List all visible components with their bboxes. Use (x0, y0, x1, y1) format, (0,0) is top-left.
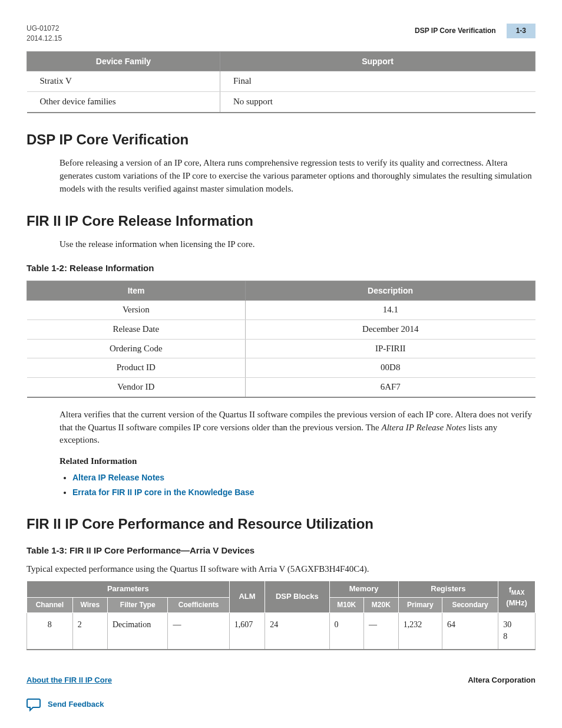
cell: 6AF7 (246, 378, 535, 397)
cell: 30 8 (498, 613, 535, 650)
send-feedback-link[interactable]: Send Feedback (48, 699, 104, 710)
page-footer: About the FIR II IP Core Altera Corporat… (27, 675, 535, 686)
table-row: Product ID00D8 (27, 358, 535, 378)
cell: 8 (27, 613, 73, 650)
speech-bubble-icon (27, 697, 42, 711)
footer-link-about[interactable]: About the FIR II IP Core (27, 675, 112, 686)
cell: 00D8 (246, 358, 535, 378)
cell: IP-FIRII (246, 339, 535, 358)
col-header-memory: Memory (329, 581, 398, 597)
section-heading-release: FIR II IP Core Release Information (27, 211, 535, 232)
related-info-list: Altera IP Release Notes Errata for FIR I… (72, 472, 535, 499)
link-release-notes[interactable]: Altera IP Release Notes (72, 473, 164, 482)
table-row: Ordering CodeIP-FIRII (27, 339, 535, 358)
col-header: Primary (398, 597, 442, 612)
cell: Product ID (27, 358, 246, 378)
verification-body: Before releasing a version of an IP core… (59, 157, 535, 195)
col-header-parameters: Parameters (27, 581, 230, 597)
link-errata[interactable]: Errata for FIR II IP core in the Knowled… (72, 487, 254, 497)
cell: — (168, 613, 229, 650)
doc-id: UG-01072 (27, 24, 62, 34)
table-caption: Table 1-3: FIR II IP Core Performance—Ar… (27, 544, 535, 557)
col-header-alm: ALM (229, 581, 265, 612)
cell: December 2014 (246, 319, 535, 339)
col-header: M10K (329, 597, 364, 612)
doc-date: 2014.12.15 (27, 34, 62, 44)
cell: Decimation (107, 613, 168, 650)
cell: Version (27, 301, 246, 320)
table-row: Vendor ID6AF7 (27, 378, 535, 397)
cell: Vendor ID (27, 378, 246, 397)
cell: 64 (442, 613, 498, 650)
col-header: Support (220, 51, 535, 71)
fmax-unit: (MHz) (506, 598, 527, 607)
col-header: Coefficients (168, 597, 229, 612)
cell: No support (220, 91, 535, 112)
col-header-dsp: DSP Blocks (265, 581, 329, 612)
table-row: Release DateDecember 2014 (27, 319, 535, 339)
list-item: Altera IP Release Notes (72, 472, 535, 485)
cell: 0 (329, 613, 364, 650)
fmax-val-b: 8 (503, 632, 507, 641)
col-header: Device Family (27, 51, 220, 71)
cell: Stratix V (27, 71, 220, 92)
release-info-table: Item Description Version14.1 Release Dat… (27, 281, 535, 398)
footer-company: Altera Corporation (468, 675, 535, 686)
cell: — (364, 613, 399, 650)
performance-desc: Typical expected performance using the Q… (27, 563, 535, 576)
col-header: M20K (364, 597, 399, 612)
cell: Other device families (27, 91, 220, 112)
paragraph: Before releasing a version of an IP core… (59, 157, 535, 195)
col-header: Description (246, 281, 535, 300)
release-after: Altera verifies that the current version… (59, 409, 535, 499)
cell: 14.1 (246, 301, 535, 320)
cell: Final (220, 71, 535, 92)
cell: 1,232 (398, 613, 442, 650)
table-row: Stratix V Final (27, 71, 535, 92)
running-title: DSP IP Core Verification (415, 26, 507, 36)
device-support-table: Device Family Support Stratix V Final Ot… (27, 51, 535, 113)
paragraph: Use the release information when licensi… (59, 238, 535, 251)
page-number: 1-3 (507, 24, 535, 38)
performance-table: Parameters ALM DSP Blocks Memory Registe… (27, 581, 535, 650)
table-row: Version14.1 (27, 301, 535, 320)
col-header: Item (27, 281, 246, 300)
list-item: Errata for FIR II IP core in the Knowled… (72, 486, 535, 499)
col-header-fmax: fMAX (MHz) (498, 581, 535, 612)
related-info-heading: Related Information (59, 455, 535, 468)
header-right: DSP IP Core Verification 1-3 (415, 24, 535, 38)
cell: 2 (72, 613, 107, 650)
col-header-registers: Registers (398, 581, 498, 597)
table-row: Other device families No support (27, 91, 535, 112)
table-caption: Table 1-2: Release Information (27, 262, 535, 275)
col-header: Secondary (442, 597, 498, 612)
table-row: 8 2 Decimation — 1,607 24 0 — 1,232 64 3… (27, 613, 535, 650)
cell: Ordering Code (27, 339, 246, 358)
cell: Release Date (27, 319, 246, 339)
cell: 1,607 (229, 613, 265, 650)
col-header: Wires (72, 597, 107, 612)
fmax-sub: MAX (511, 589, 524, 596)
page-header: UG-01072 2014.12.15 DSP IP Core Verifica… (27, 24, 535, 44)
section-heading-verification: DSP IP Core Verification (27, 130, 535, 150)
col-header: Channel (27, 597, 73, 612)
col-header: Filter Type (107, 597, 168, 612)
doc-meta: UG-01072 2014.12.15 (27, 24, 62, 44)
emphasis: Altera IP Release Notes (382, 423, 466, 432)
section-heading-performance: FIR II IP Core Performance and Resource … (27, 514, 535, 535)
feedback-row: Send Feedback (27, 697, 535, 711)
paragraph: Altera verifies that the current version… (59, 409, 535, 447)
release-body: Use the release information when licensi… (59, 238, 535, 251)
fmax-val-a: 30 (503, 620, 511, 629)
cell: 24 (265, 613, 329, 650)
